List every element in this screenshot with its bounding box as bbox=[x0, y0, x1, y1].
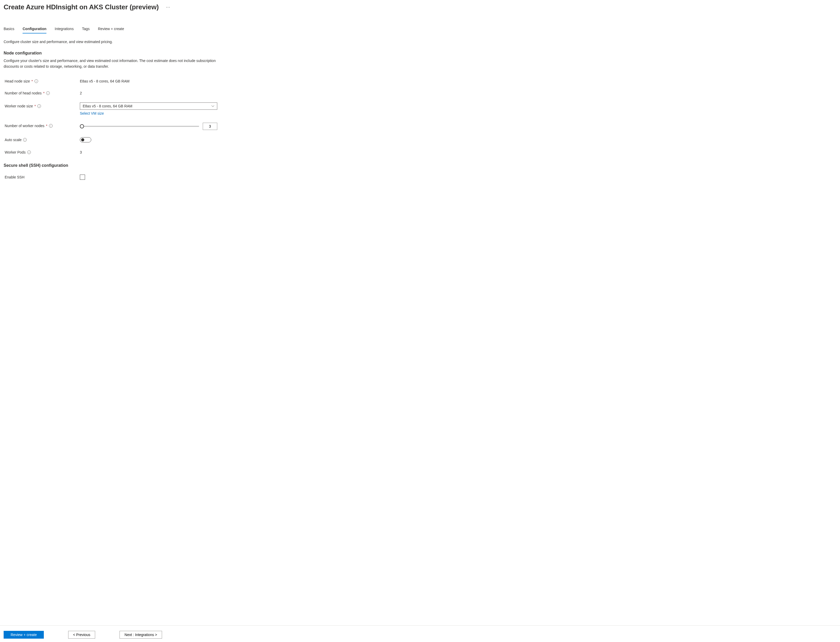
required-marker: * bbox=[43, 91, 44, 95]
tab-bar: Basics Configuration Integrations Tags R… bbox=[4, 27, 836, 34]
enable-ssh-checkbox[interactable] bbox=[80, 175, 85, 180]
footer: Review + create < Previous Next : Integr… bbox=[0, 626, 840, 642]
info-icon[interactable]: i bbox=[37, 104, 41, 108]
toggle-knob bbox=[81, 138, 84, 141]
tab-review-create[interactable]: Review + create bbox=[98, 27, 124, 34]
num-worker-nodes-label: Number of worker nodes bbox=[5, 124, 44, 128]
worker-node-size-label: Worker node size bbox=[5, 104, 33, 108]
previous-button[interactable]: < Previous bbox=[68, 631, 95, 639]
required-marker: * bbox=[34, 104, 36, 108]
tab-basics[interactable]: Basics bbox=[4, 27, 14, 34]
info-icon[interactable]: i bbox=[34, 79, 38, 83]
worker-pods-value: 3 bbox=[80, 150, 220, 154]
auto-scale-label: Auto scale bbox=[5, 138, 21, 142]
intro-text: Configure cluster size and performance, … bbox=[4, 39, 836, 45]
num-head-nodes-label: Number of head nodes bbox=[5, 91, 42, 95]
node-config-heading: Node configuration bbox=[4, 51, 836, 55]
info-icon[interactable]: i bbox=[49, 124, 53, 128]
tab-tags[interactable]: Tags bbox=[82, 27, 90, 34]
slider-thumb[interactable] bbox=[80, 124, 84, 128]
num-worker-nodes-slider[interactable] bbox=[80, 124, 199, 128]
page-title: Create Azure HDInsight on AKS Cluster (p… bbox=[4, 3, 159, 11]
info-icon[interactable]: i bbox=[23, 138, 27, 142]
required-marker: * bbox=[46, 124, 47, 128]
head-node-size-value: E8as v5 - 8 cores, 64 GB RAM bbox=[80, 79, 220, 83]
select-vm-size-link[interactable]: Select VM size bbox=[80, 111, 104, 115]
chevron-down-icon bbox=[211, 105, 214, 108]
head-node-size-label: Head node size bbox=[5, 79, 30, 83]
worker-node-size-selected: E8as v5 - 8 cores, 64 GB RAM bbox=[83, 104, 132, 108]
more-actions-icon[interactable]: ··· bbox=[165, 4, 171, 11]
review-create-button[interactable]: Review + create bbox=[4, 631, 44, 639]
tab-integrations[interactable]: Integrations bbox=[55, 27, 74, 34]
ssh-heading: Secure shell (SSH) configuration bbox=[4, 163, 836, 168]
slider-track bbox=[80, 126, 199, 127]
tab-configuration[interactable]: Configuration bbox=[23, 27, 46, 34]
info-icon[interactable]: i bbox=[27, 151, 31, 154]
worker-node-size-select[interactable]: E8as v5 - 8 cores, 64 GB RAM bbox=[80, 102, 217, 110]
enable-ssh-label: Enable SSH bbox=[5, 175, 24, 179]
node-config-description: Configure your cluster's size and perfor… bbox=[4, 58, 216, 69]
worker-pods-label: Worker Pods bbox=[5, 150, 26, 154]
next-button[interactable]: Next : Integrations > bbox=[120, 631, 162, 639]
auto-scale-toggle[interactable] bbox=[80, 137, 91, 143]
num-head-nodes-value: 2 bbox=[80, 91, 220, 95]
info-icon[interactable]: i bbox=[46, 91, 50, 95]
required-marker: * bbox=[31, 79, 33, 83]
num-worker-nodes-input[interactable] bbox=[203, 123, 217, 130]
